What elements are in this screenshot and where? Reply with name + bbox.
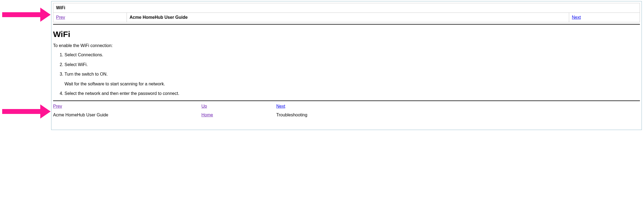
footer-prev-link[interactable]: Prev xyxy=(53,104,62,108)
step-text: Select Connections. xyxy=(65,52,103,57)
page-heading: WiFi xyxy=(53,30,640,39)
intro-text: To enable the WiFi connection: xyxy=(53,43,640,48)
list-item: Select Connections. xyxy=(65,52,640,58)
header-title-cell: WiFi xyxy=(53,3,640,13)
divider-bottom xyxy=(53,100,640,101)
footer-home-cell: Home xyxy=(201,113,276,117)
steps-list: Select Connections. Select WiFi. Turn th… xyxy=(65,52,640,97)
header-title: WiFi xyxy=(56,5,65,10)
header-prev-cell: Prev xyxy=(53,13,127,22)
header-next-cell: Next xyxy=(569,13,640,22)
header-center-label: Acme HomeHub User Guide xyxy=(130,15,188,20)
annotation-arrow-icon xyxy=(2,108,51,115)
footer-home-link[interactable]: Home xyxy=(201,113,213,117)
footer-row-titles: Acme HomeHub User Guide Home Troubleshoo… xyxy=(53,113,640,117)
footer-prev-cell: Prev xyxy=(53,104,201,109)
header-nav-table: WiFi Prev Acme HomeHub User Guide Next xyxy=(53,3,640,22)
step-text: Turn the switch to ON. xyxy=(65,72,108,76)
list-item: Select WiFi. xyxy=(65,62,640,68)
footer-prev-title: Acme HomeHub User Guide xyxy=(53,113,201,117)
header-next-link[interactable]: Next xyxy=(572,15,581,20)
footer-up-cell: Up xyxy=(201,104,276,109)
footer-up-link[interactable]: Up xyxy=(201,104,207,108)
step-substep: Wait for the software to start scanning … xyxy=(65,81,640,87)
document-frame: WiFi Prev Acme HomeHub User Guide Next W… xyxy=(51,1,642,130)
footer-row-links: Prev Up Next xyxy=(53,104,640,109)
footer-next-cell: Next xyxy=(276,104,640,109)
step-text: Select the network and then enter the pa… xyxy=(65,91,179,96)
header-prev-link[interactable]: Prev xyxy=(56,15,65,20)
header-center-cell: Acme HomeHub User Guide xyxy=(127,13,569,22)
annotation-arrow-icon xyxy=(2,11,51,18)
divider-top xyxy=(53,24,640,25)
list-item: Turn the switch to ON. Wait for the soft… xyxy=(65,71,640,87)
step-text: Select WiFi. xyxy=(65,62,88,67)
footer-nav: Prev Up Next Acme HomeHub User Guide Hom… xyxy=(53,104,640,117)
list-item: Select the network and then enter the pa… xyxy=(65,91,640,97)
footer-next-title: Troubleshooting xyxy=(276,113,640,117)
footer-next-link[interactable]: Next xyxy=(276,104,285,108)
